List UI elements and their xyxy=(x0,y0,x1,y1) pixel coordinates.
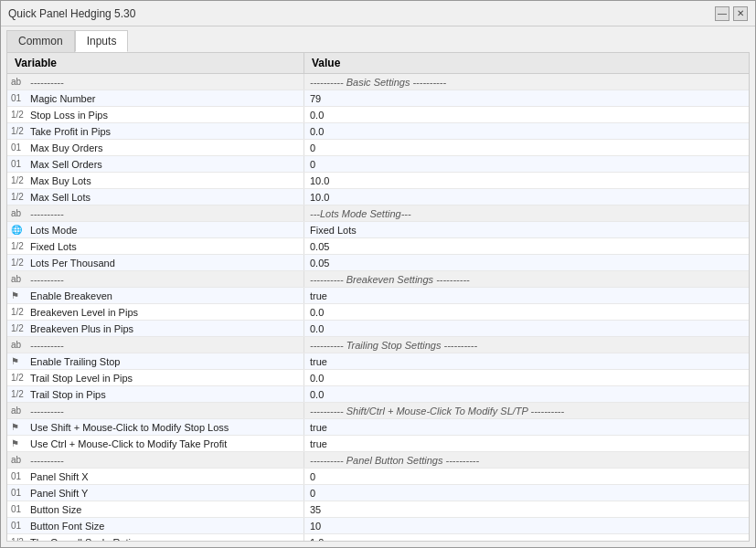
table-row[interactable]: 01Button Size35 xyxy=(7,501,749,518)
title-controls: — ✕ xyxy=(715,6,748,21)
variable-name: Trail Stop Level in Pips xyxy=(30,373,133,384)
cell-value: 10.0 xyxy=(304,173,749,188)
row-type-icon: 1/2 xyxy=(11,307,27,317)
close-button[interactable]: ✕ xyxy=(733,6,748,21)
row-type-icon: ab xyxy=(11,208,27,218)
table-row[interactable]: 1/2The Overall Scale Ratio1.0 xyxy=(7,534,749,541)
variable-name: Trail Stop in Pips xyxy=(30,389,106,400)
table-row[interactable]: ⚑Enable Breakeventrue xyxy=(7,288,749,304)
table-row[interactable]: ⚑Enable Trailing Stoptrue xyxy=(7,353,749,370)
table-row[interactable]: 1/2Lots Per Thousand0.05 xyxy=(7,255,749,271)
row-type-icon: ab xyxy=(11,455,27,465)
cell-value: 1.0 xyxy=(304,534,749,541)
cell-value: 0.05 xyxy=(304,238,749,254)
table-row[interactable]: 1/2Trail Stop Level in Pips0.0 xyxy=(7,370,749,386)
cell-variable: ab---------- xyxy=(7,206,304,221)
table-row[interactable]: 1/2Max Sell Lots10.0 xyxy=(7,189,749,206)
table-row[interactable]: 🌐Lots ModeFixed Lots xyxy=(7,222,749,238)
variable-name: Button Font Size xyxy=(30,521,104,532)
row-type-icon: 🌐 xyxy=(11,225,27,235)
cell-value: 0.0 xyxy=(304,386,749,402)
row-type-icon: 1/2 xyxy=(11,126,27,136)
cell-value: 0 xyxy=(304,140,749,155)
variable-name: Use Shift + Mouse-Click to Modify Stop L… xyxy=(30,422,229,433)
variable-name: ---------- xyxy=(30,208,64,219)
cell-variable: 1/2Trail Stop in Pips xyxy=(7,386,304,402)
variable-name: Fixed Lots xyxy=(30,241,77,252)
table-row[interactable]: ab-------------------- Basic Settings --… xyxy=(7,74,749,90)
table-row[interactable]: ⚑Use Ctrl + Mouse-Click to Modify Take P… xyxy=(7,436,749,452)
variable-name: Enable Breakeven xyxy=(30,290,112,301)
table-row[interactable]: ab-------------------- Breakeven Setting… xyxy=(7,271,749,288)
row-type-icon: ⚑ xyxy=(11,438,27,448)
variable-name: ---------- xyxy=(30,274,64,285)
cell-value: 0.0 xyxy=(304,321,749,336)
table-row[interactable]: ⚑Use Shift + Mouse-Click to Modify Stop … xyxy=(7,419,749,436)
cell-variable: 1/2Take Profit in Pips xyxy=(7,123,304,139)
table-row[interactable]: 1/2Breakeven Plus in Pips0.0 xyxy=(7,321,749,337)
table-row[interactable]: 01Max Buy Orders0 xyxy=(7,140,749,156)
cell-variable: 1/2Max Buy Lots xyxy=(7,173,304,188)
row-type-icon: ab xyxy=(11,77,27,87)
cell-variable: ab---------- xyxy=(7,74,304,90)
table-row[interactable]: 1/2Take Profit in Pips0.0 xyxy=(7,123,749,140)
cell-variable: 01Button Font Size xyxy=(7,518,304,533)
cell-value: 0.05 xyxy=(304,255,749,270)
table-row[interactable]: ab-------------------- Panel Button Sett… xyxy=(7,452,749,469)
table-row[interactable]: 1/2Breakeven Level in Pips0.0 xyxy=(7,304,749,321)
cell-variable: ⚑Use Shift + Mouse-Click to Modify Stop … xyxy=(7,419,304,435)
cell-variable: 01Max Buy Orders xyxy=(7,140,304,155)
row-type-icon: 1/2 xyxy=(11,192,27,202)
cell-variable: 01Panel Shift Y xyxy=(7,485,304,501)
row-type-icon: 1/2 xyxy=(11,537,27,541)
table-row[interactable]: 1/2Fixed Lots0.05 xyxy=(7,238,749,255)
table-row[interactable]: 01Max Sell Orders0 xyxy=(7,156,749,173)
cell-value: 0.0 xyxy=(304,107,749,122)
table-row[interactable]: ab-------------------- Shift/Ctrl + Mous… xyxy=(7,403,749,419)
row-type-icon: 1/2 xyxy=(11,110,27,120)
cell-variable: 01Magic Number xyxy=(7,90,304,106)
cell-value: 0.0 xyxy=(304,123,749,139)
cell-variable: ab---------- xyxy=(7,403,304,418)
row-type-icon: 1/2 xyxy=(11,373,27,383)
cell-value: ---------- Panel Button Settings -------… xyxy=(304,452,749,468)
table-row[interactable]: 1/2Stop Loss in Pips0.0 xyxy=(7,107,749,123)
variable-name: Take Profit in Pips xyxy=(30,126,111,137)
table-row[interactable]: ab-------------------- Trailing Stop Set… xyxy=(7,337,749,353)
cell-value: 0 xyxy=(304,156,749,172)
cell-value: 10.0 xyxy=(304,189,749,205)
tab-inputs[interactable]: Inputs xyxy=(75,30,129,52)
row-type-icon: 1/2 xyxy=(11,241,27,251)
cell-value: 79 xyxy=(304,90,749,106)
cell-variable: ab---------- xyxy=(7,452,304,468)
tab-common[interactable]: Common xyxy=(6,30,75,52)
table-row[interactable]: 01Button Font Size10 xyxy=(7,518,749,534)
row-type-icon: 1/2 xyxy=(11,175,27,185)
row-type-icon: 01 xyxy=(11,521,27,531)
table-row[interactable]: 1/2Trail Stop in Pips0.0 xyxy=(7,386,749,403)
cell-variable: ⚑Use Ctrl + Mouse-Click to Modify Take P… xyxy=(7,436,304,451)
row-type-icon: 01 xyxy=(11,504,27,514)
table-row[interactable]: 1/2Max Buy Lots10.0 xyxy=(7,173,749,189)
table-row[interactable]: 01Panel Shift Y0 xyxy=(7,485,749,501)
cell-variable: 01Max Sell Orders xyxy=(7,156,304,172)
cell-value: 0 xyxy=(304,469,749,484)
variable-name: Max Sell Orders xyxy=(30,159,102,170)
table-row[interactable]: ab-------------Lots Mode Setting--- xyxy=(7,206,749,222)
minimize-button[interactable]: — xyxy=(715,6,729,21)
table-body[interactable]: ab-------------------- Basic Settings --… xyxy=(7,74,749,541)
column-header-variable: Variable xyxy=(7,53,304,73)
variable-name: Max Sell Lots xyxy=(30,192,91,203)
row-type-icon: 1/2 xyxy=(11,258,27,268)
table-row[interactable]: 01Panel Shift X0 xyxy=(7,469,749,485)
cell-variable: 01Panel Shift X xyxy=(7,469,304,484)
table-row[interactable]: 01Magic Number79 xyxy=(7,90,749,107)
cell-value: ---Lots Mode Setting--- xyxy=(304,206,749,221)
content-area: Variable Value ab-------------------- Ba… xyxy=(6,52,750,542)
variable-name: Lots Mode xyxy=(30,225,77,236)
cell-variable: 🌐Lots Mode xyxy=(7,222,304,237)
cell-value: 0 xyxy=(304,485,749,501)
cell-variable: ab---------- xyxy=(7,271,304,287)
cell-value: 0.0 xyxy=(304,304,749,320)
cell-variable: 1/2Breakeven Level in Pips xyxy=(7,304,304,320)
